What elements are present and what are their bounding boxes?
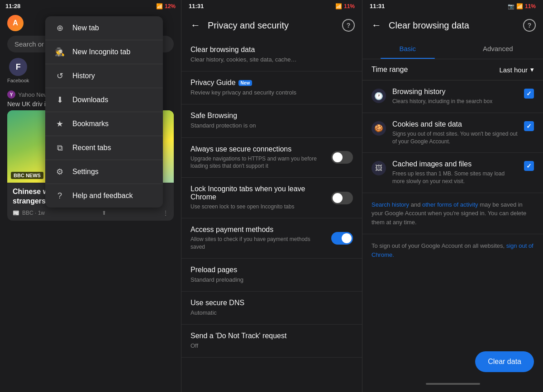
help-circle-icon[interactable]: ?: [342, 19, 355, 32]
more-icon[interactable]: ⋮: [163, 210, 168, 216]
search-history-link[interactable]: Search history: [372, 201, 409, 208]
clear-browsing-item[interactable]: Clear browsing data Clear history, cooki…: [181, 38, 362, 71]
preload-pages-item[interactable]: Preload pages Standard preloading: [181, 259, 362, 292]
time-range-selector[interactable]: Last hour ▾: [499, 66, 534, 74]
recent-tabs-icon: ⧉: [54, 142, 65, 153]
other-activity-link[interactable]: other forms of activity: [422, 201, 478, 208]
cookies-subtitle: Signs you out of most sites. You won't b…: [392, 130, 518, 146]
secure-connections-row: Always use secure connections Upgrade na…: [181, 138, 362, 178]
dropdown-menu: ⊕ New tab 🕵 New Incognito tab ↺ History …: [45, 16, 163, 208]
cached-images-checkbox[interactable]: ✓: [524, 161, 534, 171]
scrollbar-indicator: [426, 383, 480, 385]
settings-label: Settings: [72, 168, 99, 176]
toggle-knob: [333, 152, 343, 162]
clear-data-list: 🕐 Browsing history Clears history, inclu…: [362, 80, 543, 340]
check-icon-3: ✓: [526, 162, 532, 170]
camera-icon-3: 📷: [508, 3, 514, 9]
signout-prefix: To sign out of your Google Account on al…: [372, 242, 506, 249]
clear-data-header: ← Clear browsing data ?: [362, 12, 543, 38]
cookies-checkbox[interactable]: ✓: [524, 121, 534, 131]
lock-incognito-subtitle: Use screen lock to see open Incognito ta…: [191, 203, 324, 211]
back-button-privacy[interactable]: ←: [189, 18, 202, 33]
preload-title: Preload pages: [191, 266, 353, 274]
incognito-icon: 🕵: [54, 47, 65, 57]
menu-new-tab[interactable]: ⊕ New tab: [45, 16, 163, 40]
privacy-header: ← Privacy and security ?: [181, 12, 362, 38]
cookies-row[interactable]: 🍪 Cookies and site data Signs you out of…: [362, 113, 543, 153]
browsing-history-row[interactable]: 🕐 Browsing history Clears history, inclu…: [362, 80, 543, 113]
clear-data-button[interactable]: Clear data: [475, 351, 534, 372]
cached-images-row[interactable]: 🖼 Cached images and files Frees up less …: [362, 153, 543, 193]
cookies-title: Cookies and site data: [392, 120, 518, 128]
clear-data-title: Clear browsing data: [389, 20, 518, 31]
wifi-icon: 📶: [156, 3, 163, 9]
secure-dns-subtitle: Automatic: [191, 309, 353, 317]
help-label: Help and feedback: [72, 192, 133, 200]
bbc-icon: 📰: [13, 210, 19, 216]
menu-history[interactable]: ↺ History: [45, 64, 163, 88]
incognito-label: New Incognito tab: [72, 48, 130, 56]
status-bar-1: 11:28 📶 12%: [0, 0, 181, 12]
info-text: Search history and other forms of activi…: [362, 193, 543, 235]
privacy-guide-item[interactable]: Privacy Guide New Review key privacy and…: [181, 71, 362, 104]
cookie-icon: 🍪: [372, 121, 386, 136]
lock-incognito-title: Lock Incognito tabs when you leave Chrom…: [191, 185, 324, 201]
clear-data-tabs: Basic Advanced: [362, 38, 543, 59]
facebook-label: Facebook: [7, 78, 29, 83]
status-bar-3: 11:31 📷 📶 11%: [362, 0, 543, 12]
shortcut-facebook[interactable]: F Facebook: [7, 58, 29, 83]
panel1: 11:28 📶 12% A Search or typ F Facebook Y…: [0, 0, 181, 392]
help-circle-icon-2[interactable]: ?: [523, 19, 536, 32]
facebook-letter: F: [16, 62, 21, 72]
payment-methods-title: Access payment methods: [191, 226, 324, 234]
menu-incognito[interactable]: 🕵 New Incognito tab: [45, 40, 163, 64]
facebook-icon-circle: F: [9, 58, 27, 76]
check-icon-2: ✓: [526, 123, 532, 130]
status-icons-2: 📶 11%: [335, 3, 355, 9]
info-and: and: [409, 201, 422, 208]
share-icon[interactable]: ⬆: [102, 210, 106, 216]
cached-images-content: Cached images and files Frees up less th…: [392, 160, 518, 185]
panel2: 11:31 📶 11% ← Privacy and security ? Cle…: [181, 0, 362, 392]
tab-basic[interactable]: Basic: [362, 38, 453, 59]
do-not-track-title: Send a 'Do Not Track' request: [191, 332, 353, 340]
privacy-title: Privacy and security: [208, 20, 337, 31]
lock-incognito-toggle[interactable]: [331, 192, 353, 204]
cookies-content: Cookies and site data Signs you out of m…: [392, 120, 518, 146]
news-meta-left: 📰 BBC · 1w: [13, 210, 45, 216]
history-label: History: [72, 72, 95, 80]
safe-browsing-subtitle: Standard protection is on: [191, 122, 353, 130]
secure-dns-title: Use secure DNS: [191, 299, 353, 307]
wifi-icon-2: 📶: [335, 3, 342, 9]
menu-downloads[interactable]: ⬇ Downloads: [45, 88, 163, 112]
menu-settings[interactable]: ⚙ Settings: [45, 160, 163, 184]
payment-methods-row: Access payment methods Allow sites to ch…: [181, 218, 362, 259]
time-range-label: Time range: [372, 66, 408, 74]
wifi-icon-3: 📶: [516, 3, 523, 9]
cached-images-title: Cached images and files: [392, 160, 518, 168]
privacy-settings-list: Clear browsing data Clear history, cooki…: [181, 38, 362, 392]
star-icon: ★: [54, 118, 65, 129]
image-icon: 🖼: [372, 161, 386, 175]
secure-connections-subtitle: Upgrade navigations to HTTPS and warn yo…: [191, 155, 324, 170]
secure-connections-toggle[interactable]: [331, 151, 353, 164]
payment-methods-toggle[interactable]: [331, 232, 353, 245]
menu-bookmarks[interactable]: ★ Bookmarks: [45, 112, 163, 136]
news-source: BBC · 1w: [22, 210, 45, 216]
profile-avatar[interactable]: A: [7, 15, 24, 31]
secure-dns-item[interactable]: Use secure DNS Automatic: [181, 292, 362, 325]
back-button-clear[interactable]: ←: [370, 18, 383, 33]
time-range-value: Last hour: [499, 66, 528, 74]
safe-browsing-item[interactable]: Safe Browsing Standard protection is on: [181, 104, 362, 137]
browsing-history-checkbox[interactable]: ✓: [524, 89, 534, 99]
downloads-label: Downloads: [72, 96, 108, 104]
status-icons-3: 📷 📶 11%: [508, 3, 536, 9]
browsing-history-subtitle: Clears history, including in the search …: [392, 98, 518, 105]
menu-recent-tabs[interactable]: ⧉ Recent tabs: [45, 136, 163, 160]
time-2: 11:31: [189, 3, 204, 9]
payment-methods-subtitle: Allow sites to check if you have payment…: [191, 236, 324, 251]
menu-help[interactable]: ? Help and feedback: [45, 184, 163, 208]
do-not-track-item[interactable]: Send a 'Do Not Track' request Off: [181, 325, 362, 358]
plus-icon: ⊕: [54, 23, 65, 33]
tab-advanced[interactable]: Advanced: [453, 38, 543, 59]
